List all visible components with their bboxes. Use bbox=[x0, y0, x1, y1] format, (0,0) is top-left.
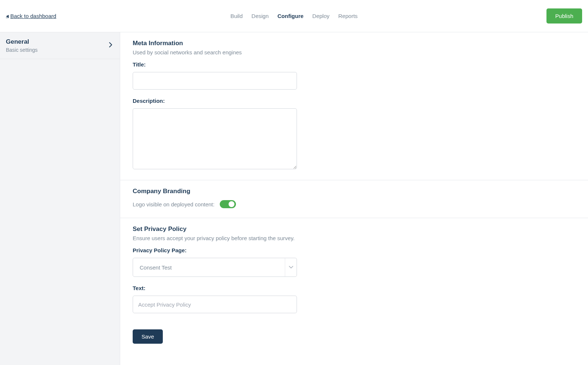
chevron-right-icon bbox=[109, 42, 112, 50]
save-section: Save bbox=[120, 323, 588, 350]
meta-subtitle: Used by social networks and search engin… bbox=[133, 49, 576, 55]
header-nav: Build Design Configure Deploy Reports bbox=[230, 13, 358, 19]
privacy-title: Set Privacy Policy bbox=[133, 225, 576, 233]
logo-visible-label: Logo visible on deployed content: bbox=[133, 201, 215, 207]
nav-reports[interactable]: Reports bbox=[338, 13, 358, 19]
privacy-text-input[interactable] bbox=[133, 296, 297, 313]
main: Meta Information Used by social networks… bbox=[120, 32, 588, 365]
field-privacy-page: Privacy Policy Page: Consent Test bbox=[133, 247, 576, 277]
back-to-dashboard-link[interactable]: ◀ Back to dashboard bbox=[6, 13, 56, 19]
field-privacy-text: Text: bbox=[133, 285, 576, 313]
sidebar-item-title: General bbox=[6, 38, 37, 46]
nav-build[interactable]: Build bbox=[230, 13, 243, 19]
back-label: Back to dashboard bbox=[10, 13, 56, 19]
header-left: ◀ Back to dashboard bbox=[6, 13, 56, 19]
privacy-subtitle: Ensure users accept your privacy policy … bbox=[133, 235, 576, 241]
field-description: Description: bbox=[133, 98, 576, 170]
sidebar-item-general[interactable]: General Basic settings bbox=[0, 32, 120, 59]
header: ◀ Back to dashboard Build Design Configu… bbox=[0, 0, 588, 32]
sidebar-item-text: General Basic settings bbox=[6, 38, 37, 53]
content: General Basic settings Meta Information … bbox=[0, 32, 588, 365]
publish-button[interactable]: Publish bbox=[546, 8, 582, 24]
field-title: Title: bbox=[133, 61, 576, 90]
sidebar: General Basic settings bbox=[0, 32, 120, 365]
section-branding: Company Branding Logo visible on deploye… bbox=[120, 180, 588, 218]
back-caret-icon: ◀ bbox=[6, 14, 9, 18]
branding-row: Logo visible on deployed content: bbox=[133, 200, 576, 208]
section-meta: Meta Information Used by social networks… bbox=[120, 32, 588, 180]
privacy-page-select[interactable]: Consent Test bbox=[133, 258, 297, 277]
sidebar-item-subtitle: Basic settings bbox=[6, 47, 37, 53]
description-label: Description: bbox=[133, 98, 576, 104]
save-button[interactable]: Save bbox=[133, 329, 163, 344]
nav-configure[interactable]: Configure bbox=[277, 13, 304, 19]
chevron-down-icon bbox=[285, 258, 297, 277]
privacy-text-label: Text: bbox=[133, 285, 576, 291]
toggle-knob bbox=[229, 201, 234, 207]
branding-title: Company Branding bbox=[133, 188, 576, 195]
meta-title: Meta Information bbox=[133, 40, 576, 47]
nav-design[interactable]: Design bbox=[251, 13, 269, 19]
privacy-page-value: Consent Test bbox=[133, 264, 285, 271]
title-label: Title: bbox=[133, 61, 576, 68]
logo-visible-toggle[interactable] bbox=[220, 200, 236, 208]
privacy-page-label: Privacy Policy Page: bbox=[133, 247, 576, 253]
section-privacy: Set Privacy Policy Ensure users accept y… bbox=[120, 218, 588, 323]
nav-deploy[interactable]: Deploy bbox=[312, 13, 330, 19]
title-input[interactable] bbox=[133, 72, 297, 90]
description-textarea[interactable] bbox=[133, 108, 297, 169]
